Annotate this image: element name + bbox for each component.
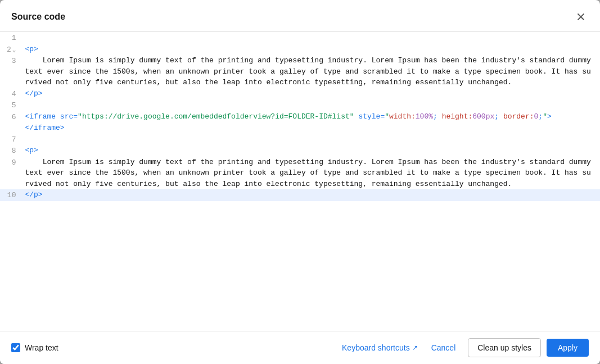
wrap-text-label[interactable]: Wrap text bbox=[25, 343, 58, 352]
code-line: Lorem Ipsum is simply dummy text of the … bbox=[22, 55, 600, 88]
code-line: <p> bbox=[22, 145, 600, 157]
code-line: </p> bbox=[22, 88, 600, 100]
table-row: 4 </p> bbox=[0, 88, 600, 100]
code-line: </iframe> bbox=[22, 122, 600, 134]
table-row: 1 bbox=[0, 32, 600, 44]
footer-actions: Cancel Clean up styles Apply bbox=[425, 338, 589, 357]
collapse-arrow-icon: ⌄ bbox=[12, 46, 16, 55]
table-row: 8 <p> bbox=[0, 145, 600, 157]
table-row: 9 Lorem Ipsum is simply dummy text of th… bbox=[0, 157, 600, 190]
line-number: 6 bbox=[0, 111, 22, 123]
table-row: </iframe> bbox=[0, 122, 600, 134]
apply-button[interactable]: Apply bbox=[547, 339, 589, 357]
modal-header: Source code bbox=[0, 0, 600, 32]
code-line bbox=[22, 99, 600, 111]
line-number: 10 bbox=[0, 189, 22, 201]
close-icon bbox=[575, 11, 587, 22]
table-row: 7 bbox=[0, 134, 600, 145]
table-row: 6 <iframe src="https://drive.google.com/… bbox=[0, 111, 600, 123]
line-number: 7 bbox=[0, 134, 22, 145]
cancel-button[interactable]: Cancel bbox=[425, 339, 463, 357]
code-line: Lorem Ipsum is simply dummy text of the … bbox=[22, 157, 600, 190]
line-number bbox=[0, 122, 22, 134]
wrap-text-area: Wrap text bbox=[11, 343, 335, 352]
modal-footer: Wrap text Keyboard shortcuts ↗ Cancel Cl… bbox=[0, 331, 600, 364]
code-line bbox=[22, 32, 600, 44]
line-number: 3 bbox=[0, 55, 22, 88]
keyboard-shortcuts-label: Keyboard shortcuts bbox=[342, 343, 410, 352]
line-number: 2 ⌄ bbox=[0, 44, 22, 56]
close-button[interactable] bbox=[573, 9, 589, 25]
code-line bbox=[22, 134, 600, 145]
table-row: 5 bbox=[0, 99, 600, 111]
line-number: 1 bbox=[0, 32, 22, 44]
modal-title: Source code bbox=[11, 12, 65, 22]
clean-up-styles-button[interactable]: Clean up styles bbox=[468, 338, 541, 357]
code-table: 1 2 ⌄ <p> bbox=[0, 32, 600, 201]
external-link-icon: ↗ bbox=[412, 344, 418, 352]
table-row: 3 Lorem Ipsum is simply dummy text of th… bbox=[0, 55, 600, 88]
code-line: <iframe src="https://drive.google.com/em… bbox=[22, 111, 600, 123]
modal-overlay: Source code 1 bbox=[0, 0, 600, 364]
keyboard-shortcuts-link[interactable]: Keyboard shortcuts ↗ bbox=[342, 343, 418, 352]
line-number: 8 bbox=[0, 145, 22, 157]
line-number: 4 bbox=[0, 88, 22, 100]
wrap-text-checkbox[interactable] bbox=[11, 343, 20, 352]
code-line: </p> bbox=[22, 189, 600, 201]
source-code-modal: Source code 1 bbox=[0, 0, 600, 364]
code-line: <p> bbox=[22, 44, 600, 56]
table-row: 10 </p> bbox=[0, 189, 600, 201]
table-row: 2 ⌄ <p> bbox=[0, 44, 600, 56]
line-number: 9 bbox=[0, 157, 22, 190]
code-editor-area[interactable]: 1 2 ⌄ <p> bbox=[0, 32, 600, 331]
line-number: 5 bbox=[0, 99, 22, 111]
